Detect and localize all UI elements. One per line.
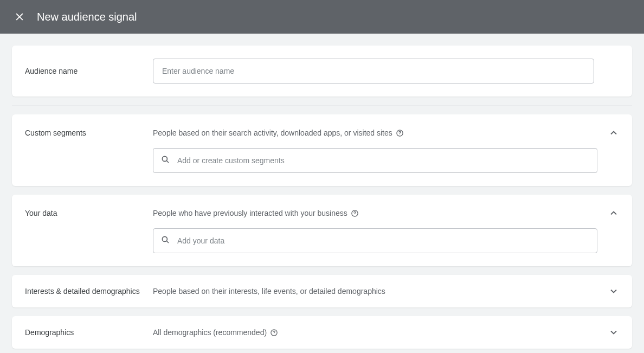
chevron-down-icon[interactable]: [608, 327, 619, 338]
svg-point-3: [400, 134, 400, 135]
help-icon[interactable]: [396, 129, 404, 137]
custom-segments-search-input[interactable]: [153, 148, 597, 173]
custom-segments-label: Custom segments: [25, 127, 153, 173]
chevron-up-icon[interactable]: [608, 208, 619, 219]
audience-name-label: Audience name: [25, 66, 153, 76]
chevron-down-icon[interactable]: [608, 286, 619, 297]
close-icon[interactable]: [9, 6, 30, 28]
content-area: Audience name Custom segments People bas…: [0, 34, 644, 353]
your-data-card: Your data People who have previously int…: [12, 195, 632, 266]
chevron-up-icon[interactable]: [608, 127, 619, 138]
interests-card[interactable]: Interests & detailed demographics People…: [12, 275, 632, 307]
svg-point-7: [355, 215, 355, 215]
page-title: New audience signal: [37, 11, 137, 23]
your-data-search-input[interactable]: [153, 228, 597, 253]
help-icon[interactable]: [351, 209, 359, 217]
demographics-card[interactable]: Demographics All demographics (recommend…: [12, 316, 632, 349]
interests-description: People based on their interests, life ev…: [153, 286, 385, 297]
demographics-label: Demographics: [25, 327, 153, 338]
svg-point-11: [274, 334, 274, 335]
custom-segments-description: People based on their search activity, d…: [153, 127, 392, 138]
divider: [12, 105, 632, 106]
your-data-description: People who have previously interacted wi…: [153, 208, 347, 219]
demographics-description: All demographics (recommended): [153, 327, 267, 338]
custom-segments-card: Custom segments People based on their se…: [12, 114, 632, 186]
help-icon[interactable]: [270, 329, 278, 337]
your-data-label: Your data: [25, 208, 153, 253]
audience-name-card: Audience name: [12, 46, 632, 97]
modal-header: New audience signal: [0, 0, 644, 34]
interests-label: Interests & detailed demographics: [25, 286, 153, 297]
audience-name-input[interactable]: [153, 59, 594, 84]
